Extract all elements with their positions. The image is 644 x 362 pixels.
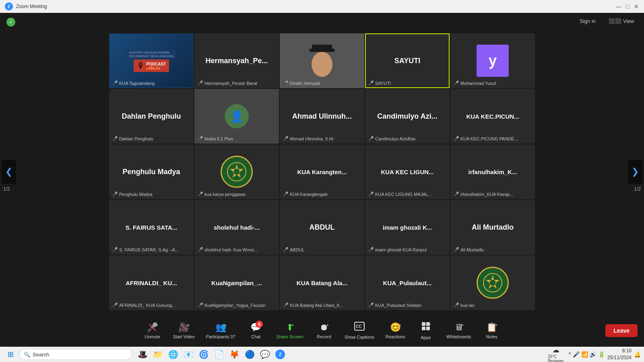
leave-button[interactable]: Leave (605, 324, 638, 337)
svg-rect-3 (153, 67, 154, 70)
mute-icon: 🎤 (454, 136, 459, 141)
share-screen-button[interactable]: ⬆ ▲ Share Screen (272, 320, 308, 341)
svg-rect-5 (157, 67, 158, 70)
start-video-button[interactable]: 🎥 ▲ Start Video (168, 320, 200, 341)
participant-label-muhammad: 🎤 Muhammad Yusuf (454, 80, 496, 86)
captions-label: Show Captions (345, 335, 374, 339)
participant-name-dahlan: Dahlan Penghulu (120, 111, 182, 122)
wifi-icon[interactable]: 📶 (581, 351, 588, 358)
notification-icon[interactable]: 🔔 (634, 351, 641, 358)
participant-cell-imam: imam ghozali K... 🎤 imam ghozali KUA Ran… (365, 200, 450, 255)
close-button[interactable]: ✕ (634, 4, 639, 9)
mute-icon: 🎤 (283, 302, 289, 308)
maximize-button[interactable]: □ (625, 4, 630, 9)
chat-button[interactable]: 💬 8 ▲ Chat (242, 320, 270, 341)
svg-rect-6 (159, 68, 160, 70)
start-button[interactable]: ⊞ (3, 347, 18, 362)
taskbar-right: ☁ 25°C Berawan ^ 🎤 📶 🔊 🔋 8:10 25/11/2024… (548, 346, 641, 362)
participant-label-abdul: 🎤 ABDUL (283, 247, 305, 252)
security-badge[interactable]: ✓ (6, 18, 15, 27)
taskbar-edge-icon[interactable]: 🌐 (166, 347, 180, 362)
participants-button[interactable]: 👥 ▲ Participants 37 (201, 320, 240, 341)
chat-icon: 💬 8 ▲ (250, 322, 261, 333)
participant-cell-muhammad: y 🎤 Muhammad Yusuf (450, 33, 535, 88)
participant-name-kua-ligun: KUA KEC LIGUN... (379, 167, 435, 177)
record-button[interactable]: ⏺ ▲ Record (310, 320, 338, 341)
taskbar-hat-icon[interactable]: 🎩 (135, 347, 150, 362)
battery-icon[interactable]: 🔋 (598, 351, 605, 358)
apps-label: Apps (421, 335, 431, 340)
mic-tray-icon[interactable]: 🎤 (573, 351, 580, 358)
window-controls[interactable]: — □ ✕ (616, 4, 639, 9)
weather-temp: 25°C (548, 354, 564, 359)
participant-cell-kua-karya: 🎤 kua karya penggawa (194, 144, 279, 199)
view-button[interactable]: ⬛⬛ View (605, 16, 638, 26)
participant-name-penghulu-madya: Penghulu Madya (121, 166, 182, 178)
header: Sign in ⬛⬛ View (0, 13, 644, 29)
participant-name-sayuti: SAYUTI (393, 55, 422, 67)
mute-icon: 🎤 (454, 302, 459, 308)
clock: 8:10 25/11/2024 (607, 348, 632, 361)
reactions-button[interactable]: 😊 ▲ Reactions (381, 320, 410, 341)
participant-cell-kua-tag: KANTOR URUSAN AGAMAKECAMATAN TAGULANDANG… (109, 33, 194, 88)
participant-label-kua-karya: 🎤 kua karya penggawa (198, 191, 246, 197)
taskbar-chrome-icon[interactable]: 🔵 (242, 347, 257, 362)
participant-cell-kua-ligun: KUA KEC LIGUN... 🎤 KUA KEC LIGUNG MAJAL.… (365, 144, 450, 199)
notes-caret: ▲ (495, 323, 498, 327)
titlebar-left: Z Zoom Meeting (5, 2, 47, 10)
next-page-button[interactable]: ❯ (628, 160, 642, 184)
mute-icon: 🎤 (198, 247, 203, 252)
prev-page-button[interactable]: ❮ (2, 160, 16, 184)
taskbar-apps: 🎩 📁 🌐 📧 🌀 📄 🦊 🔵 💬 Z (135, 347, 287, 362)
svg-rect-17 (422, 322, 425, 326)
weather-icon: ☁ (552, 346, 559, 354)
whiteboards-button[interactable]: 🖥 ▲ Whiteboards (442, 320, 476, 341)
taskbar-firefox-icon[interactable]: 🦊 (227, 347, 242, 362)
search-icon: 🔍 (24, 352, 30, 358)
svg-rect-4 (155, 68, 156, 70)
unmute-button[interactable]: 🎤 ▲ Unmute (138, 320, 167, 341)
tray-arrow-icon[interactable]: ^ (568, 351, 571, 358)
captions-button[interactable]: CC ▲ Show Captions (340, 319, 379, 342)
mute-icon: 🎤 (198, 191, 203, 197)
participant-cell-hermansyah: Hermansyah_Pe... 🎤 Hermansyah_Pesisir Ba… (194, 33, 279, 88)
volume-icon[interactable]: 🔊 (590, 351, 597, 358)
participant-cell-kua-pulau: KUA_Pulaulaut... 🎤 KUA_Pulaulaut Selatan (365, 255, 450, 310)
participant-cell-ali: Ali Murtadlo 🎤 Ali Murtadlo (450, 200, 535, 255)
video-grid: KANTOR URUSAN AGAMAKECAMATAN TAGULANDANG… (109, 33, 535, 310)
svg-text:CC: CC (356, 324, 361, 329)
page-indicator-left: 1/2 (3, 186, 10, 192)
participant-name-kua-karang: KUA Karangten... (296, 167, 349, 177)
notes-button[interactable]: 📋 ▲ Notes (477, 320, 506, 341)
mute-icon: 🎤 (283, 191, 289, 197)
minimize-button[interactable]: — (616, 4, 621, 9)
taskbar-folder-icon[interactable]: 📁 (151, 347, 165, 362)
participant-cell-kua-karang: KUA Karangten... 🎤 KUA Karangtengah (280, 144, 364, 199)
sign-in-button[interactable]: Sign in (576, 16, 599, 26)
captions-caret: ▲ (362, 323, 365, 326)
svg-rect-20 (426, 327, 430, 330)
apps-button[interactable]: ▲ Apps (412, 319, 440, 342)
svg-point-12 (489, 280, 496, 286)
participant-name-irfan: irfanulhakim_K... (467, 167, 519, 177)
taskbar-ie-icon[interactable]: 🌀 (196, 347, 211, 362)
participant-label-kuangampilan: 🎤 KuaNgampilan_Yogya_Fauzan (198, 302, 265, 308)
record-icon: ⏺ ▲ (320, 322, 328, 333)
unmute-icon: 🎤 ▲ (147, 322, 158, 333)
mute-icon: 🎤 (198, 136, 203, 141)
taskbar-whatsapp-icon[interactable]: 💬 (258, 347, 272, 362)
participant-name-candimulyo: Candimulyo Azi... (376, 111, 439, 122)
participant-label-imam: 🎤 imam ghozali KUA Ranpul (368, 247, 427, 252)
participant-cell-dindin: 🎤 Dindin Heriyadi (280, 33, 364, 88)
taskbar-pdf-icon[interactable]: 📄 (212, 347, 226, 362)
video-area: ❮ 1/2 KANTOR URUSAN AGAMAKECAMATAN TAGUL… (0, 29, 644, 315)
taskbar-zoom-tray-icon[interactable]: Z (273, 347, 287, 362)
participant-label-ahmad: 🎤 Ahmad Ulinnuha, S.Hi (283, 136, 333, 141)
title-bar: Z Zoom Meeting — □ ✕ (0, 0, 644, 13)
mute-icon: 🎤 (368, 136, 374, 141)
search-bar[interactable]: 🔍 Search (19, 349, 132, 360)
video-icon: 🎥 ▲ (178, 322, 189, 333)
taskbar-outlook-icon[interactable]: 📧 (181, 347, 196, 362)
whiteboards-caret: ▲ (461, 323, 464, 327)
page-indicator-right: 1/2 (634, 186, 641, 192)
